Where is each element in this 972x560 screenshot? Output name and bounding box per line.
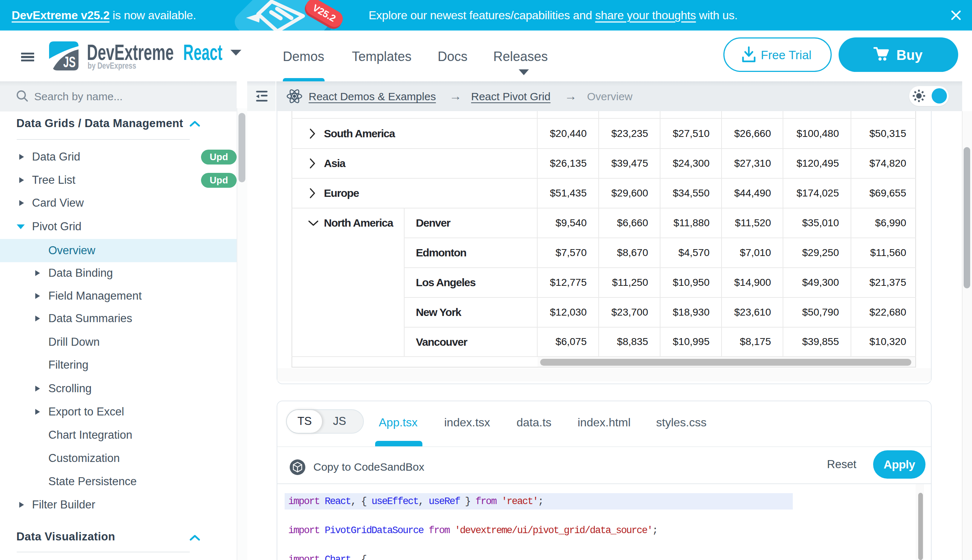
svg-text:JS: JS [63, 53, 75, 70]
